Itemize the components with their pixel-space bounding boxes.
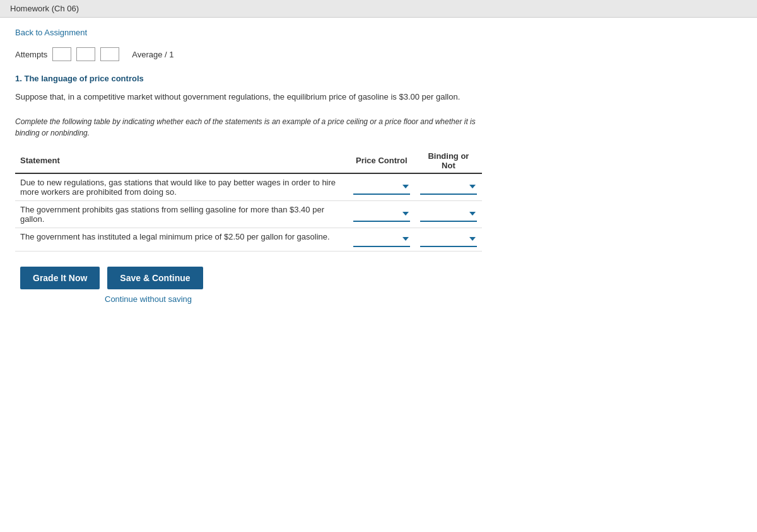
col-header-price-control: Price Control bbox=[348, 149, 415, 173]
instructions: Complete the following table by indicati… bbox=[15, 116, 476, 139]
attempt-box-2[interactable] bbox=[76, 47, 95, 61]
header-bar: Homework (Ch 06) bbox=[0, 0, 757, 18]
back-to-assignment-link[interactable]: Back to Assignment bbox=[15, 28, 87, 37]
price-control-select-2[interactable]: Price Ceiling Price Floor bbox=[353, 207, 410, 222]
question-intro: Suppose that, in a competitive market wi… bbox=[15, 91, 742, 103]
attempt-box-3[interactable] bbox=[100, 47, 119, 61]
action-area: Grade It Now Save & Continue Continue wi… bbox=[20, 267, 742, 304]
statement-cell-2: The government prohibits gas stations fr… bbox=[15, 200, 348, 228]
binding-select-2[interactable]: Binding Nonbinding bbox=[420, 207, 477, 222]
question-title: 1. The language of price controls bbox=[15, 74, 742, 83]
binding-select-1[interactable]: Binding Nonbinding bbox=[420, 180, 477, 195]
price-control-select-1[interactable]: Price Ceiling Price Floor bbox=[353, 180, 410, 195]
buttons-row: Grade It Now Save & Continue bbox=[20, 267, 742, 289]
binding-select-3[interactable]: Binding Nonbinding bbox=[420, 232, 477, 247]
statement-cell-1: Due to new regulations, gas stations tha… bbox=[15, 173, 348, 201]
main-content: Back to Assignment Attempts Average / 1 … bbox=[0, 18, 757, 314]
statement-cell-3: The government has instituted a legal mi… bbox=[15, 228, 348, 251]
question-table: Statement Price Control Binding or Not D… bbox=[15, 149, 482, 252]
grade-it-now-button[interactable]: Grade It Now bbox=[20, 267, 100, 289]
price-control-cell-2[interactable]: Price Ceiling Price Floor bbox=[348, 200, 415, 228]
binding-cell-2[interactable]: Binding Nonbinding bbox=[415, 200, 482, 228]
price-control-cell-3[interactable]: Price Ceiling Price Floor bbox=[348, 228, 415, 251]
table-row: The government has instituted a legal mi… bbox=[15, 228, 482, 251]
price-control-cell-1[interactable]: Price Ceiling Price Floor bbox=[348, 173, 415, 201]
attempt-box-1[interactable] bbox=[52, 47, 71, 61]
attempts-label: Attempts bbox=[15, 50, 47, 59]
page-title: Homework (Ch 06) bbox=[10, 4, 79, 13]
binding-cell-3[interactable]: Binding Nonbinding bbox=[415, 228, 482, 251]
average-label: Average / 1 bbox=[132, 50, 173, 59]
table-row: The government prohibits gas stations fr… bbox=[15, 200, 482, 228]
col-header-statement: Statement bbox=[15, 149, 348, 173]
save-continue-button[interactable]: Save & Continue bbox=[107, 267, 202, 289]
binding-cell-1[interactable]: Binding Nonbinding bbox=[415, 173, 482, 201]
table-row: Due to new regulations, gas stations tha… bbox=[15, 173, 482, 201]
price-control-select-3[interactable]: Price Ceiling Price Floor bbox=[353, 232, 410, 247]
attempts-row: Attempts Average / 1 bbox=[15, 47, 742, 61]
continue-without-saving-link[interactable]: Continue without saving bbox=[105, 294, 742, 304]
col-header-binding: Binding or Not bbox=[415, 149, 482, 173]
